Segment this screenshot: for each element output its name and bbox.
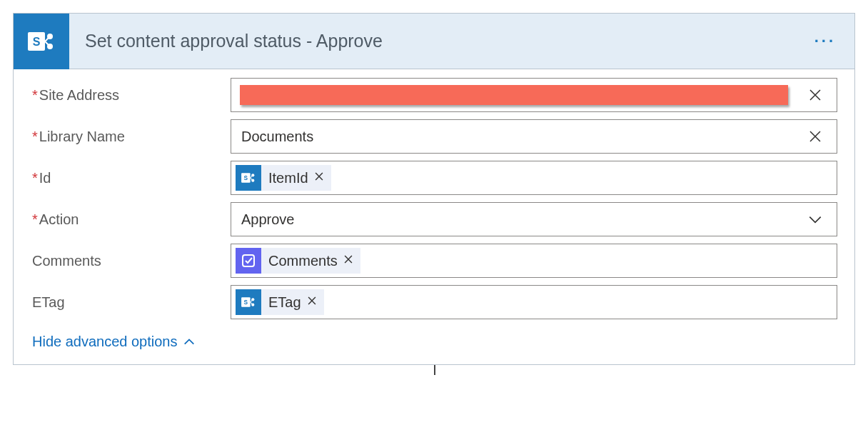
label-site-address: *Site Address (31, 87, 231, 104)
token-comments[interactable]: Comments (236, 248, 360, 274)
input-site-address[interactable] (231, 78, 837, 112)
row-id: *Id S ItemId (31, 161, 837, 195)
redacted-value (240, 85, 788, 105)
row-site-address: *Site Address (31, 78, 837, 112)
label-id: *Id (31, 170, 231, 186)
input-library-name[interactable]: Documents (231, 119, 837, 154)
required-asterisk: * (32, 87, 38, 103)
card-header[interactable]: S Set content approval status - Approve … (14, 14, 854, 69)
clear-site-address-icon[interactable] (801, 88, 829, 102)
input-id[interactable]: S ItemId (231, 161, 837, 195)
value-library-name: Documents (238, 129, 801, 145)
svg-text:S: S (244, 299, 248, 306)
label-etag: ETag (31, 294, 231, 311)
sharepoint-token-icon: S (236, 165, 261, 191)
sharepoint-connector-icon: S (14, 14, 69, 69)
select-action[interactable]: Approve (231, 202, 837, 236)
token-remove-icon[interactable] (307, 296, 317, 309)
chevron-down-icon[interactable] (801, 211, 829, 227)
required-asterisk: * (32, 211, 38, 227)
hide-advanced-options-toggle[interactable]: Hide advanced options (32, 334, 196, 350)
clear-library-name-icon[interactable] (801, 129, 829, 144)
card-title: Set content approval status - Approve (85, 31, 383, 51)
svg-text:S: S (33, 36, 41, 48)
row-comments: Comments Comments (31, 244, 837, 278)
input-etag[interactable]: S ETag (231, 285, 837, 319)
token-label: Comments (268, 253, 338, 269)
row-action: *Action Approve (31, 202, 837, 236)
advanced-options-label: Hide advanced options (32, 334, 177, 350)
required-asterisk: * (32, 170, 38, 186)
token-label: ETag (268, 294, 301, 311)
value-action: Approve (238, 211, 801, 228)
required-asterisk: * (32, 129, 38, 144)
action-card: S Set content approval status - Approve … (13, 13, 855, 365)
input-comments[interactable]: Comments (231, 244, 837, 278)
card-body: *Site Address *Library Name Documents (14, 69, 854, 364)
flow-connector-line (434, 365, 435, 375)
token-remove-icon[interactable] (343, 254, 353, 267)
label-action: *Action (31, 211, 231, 228)
label-comments: Comments (31, 253, 231, 269)
sharepoint-token-icon: S (236, 289, 261, 315)
label-library-name: *Library Name (31, 129, 231, 145)
token-etag[interactable]: S ETag (236, 289, 324, 315)
card-menu-ellipsis-icon[interactable]: ··· (814, 32, 836, 51)
token-label: ItemId (268, 170, 308, 186)
svg-text:S: S (244, 174, 248, 181)
token-remove-icon[interactable] (314, 171, 324, 184)
svg-rect-8 (243, 255, 254, 266)
approvals-token-icon (236, 248, 261, 274)
row-library-name: *Library Name Documents (31, 119, 837, 154)
token-itemid[interactable]: S ItemId (236, 165, 331, 191)
row-etag: ETag S ETag (31, 285, 837, 319)
chevron-up-icon (183, 336, 196, 349)
